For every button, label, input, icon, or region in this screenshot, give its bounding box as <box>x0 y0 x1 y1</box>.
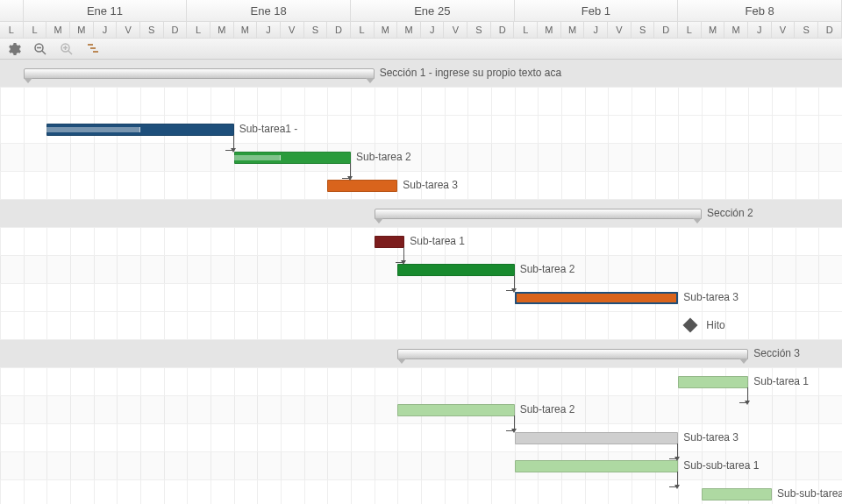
zoom-out-icon[interactable] <box>33 42 47 56</box>
section-row: Sección 1 - ingrese su propio texto aca <box>0 60 842 88</box>
task-bar[interactable] <box>678 376 748 388</box>
milestone-diamond[interactable] <box>683 318 698 333</box>
dependency-arrow <box>669 444 678 459</box>
task-row: Sub-tarea 2 <box>0 396 842 424</box>
task-label: Sub-tarea 2 <box>515 263 575 275</box>
day-cell: D <box>491 21 515 38</box>
day-cell: D <box>818 21 842 38</box>
day-cell: V <box>608 21 632 38</box>
task-row: Sub-tarea 1 <box>0 368 842 396</box>
svg-rect-8 <box>90 47 96 49</box>
task-bar[interactable] <box>702 488 772 500</box>
dependency-arrow <box>739 387 748 403</box>
dependency-arrow <box>342 163 351 179</box>
day-cell: V <box>772 21 796 38</box>
task-row: Sub-sub-tarea 2 <box>0 480 842 504</box>
week-cell: Feb 8 <box>678 0 842 21</box>
day-cell: S <box>795 21 818 38</box>
section-label: Sección 3 <box>748 347 800 359</box>
week-cell: Ene 11 <box>24 0 188 21</box>
gantt-grid: Sección 1 - ingrese su propio texto acaS… <box>0 60 842 504</box>
task-row: Sub-tarea 1 <box>0 228 842 256</box>
task-bar[interactable] <box>515 460 679 472</box>
section-label: Sección 2 <box>702 207 753 219</box>
day-cell: M <box>561 21 585 38</box>
task-label: Sub-tarea 3 <box>678 291 739 303</box>
day-cell: L <box>351 21 375 38</box>
day-row: LLMMJVSDLMMJVSDLMMJVSDLMMJVSDLMMJVSD <box>0 21 842 38</box>
timeline-header: Ene 11Ene 18Ene 25Feb 1Feb 8 LLMMJVSDLMM… <box>0 0 842 39</box>
task-label: Sub-tarea 3 <box>397 179 458 191</box>
task-progress <box>234 155 281 160</box>
task-label: Sub-tarea 1 <box>404 235 465 247</box>
task-label: Sub-sub-tarea 2 <box>772 487 842 500</box>
gantt-rows: Sección 1 - ingrese su propio texto acaS… <box>0 60 842 504</box>
task-bar[interactable] <box>375 236 405 248</box>
week-cell: Ene 18 <box>187 0 351 21</box>
section-bracket[interactable] <box>24 68 375 79</box>
task-row: Sub-sub-tarea 1 <box>0 452 842 480</box>
day-cell: L <box>24 21 47 38</box>
task-bar[interactable] <box>234 152 351 164</box>
task-row: Sub-tarea 3 <box>0 424 842 452</box>
svg-rect-7 <box>88 44 93 46</box>
outline-icon[interactable] <box>86 42 100 56</box>
section-row: Sección 3 <box>0 340 842 368</box>
svg-rect-9 <box>93 51 98 53</box>
task-row: Sub-tarea 2 <box>0 144 842 172</box>
week-cell: Ene 25 <box>351 0 515 21</box>
section-bracket[interactable] <box>375 209 702 219</box>
week-row: Ene 11Ene 18Ene 25Feb 1Feb 8 <box>0 0 842 21</box>
day-cell: D <box>164 21 188 38</box>
section-row: Sección 2 <box>0 200 842 228</box>
svg-line-4 <box>68 51 72 54</box>
day-cell: V <box>444 21 467 38</box>
day-cell: L <box>187 21 210 38</box>
toolbar <box>0 39 842 60</box>
zoom-in-icon[interactable] <box>60 42 74 56</box>
day-cell: D <box>654 21 678 38</box>
section-label: Sección 1 - ingrese su propio texto aca <box>375 67 561 79</box>
task-bar[interactable] <box>515 432 679 444</box>
week-cell-partial <box>0 0 24 21</box>
day-cell: J <box>257 21 281 38</box>
task-row: Sub-tarea 2 <box>0 256 842 284</box>
dependency-arrow <box>225 135 234 151</box>
day-cell: M <box>397 21 421 38</box>
day-cell: S <box>140 21 164 38</box>
gantt-chart: Ene 11Ene 18Ene 25Feb 1Feb 8 LLMMJVSDLMM… <box>0 0 842 504</box>
task-label: Sub-tarea 2 <box>515 403 575 415</box>
day-cell: M <box>234 21 258 38</box>
day-cell: M <box>538 21 561 38</box>
day-cell: V <box>281 21 304 38</box>
day-cell: D <box>327 21 351 38</box>
task-bar[interactable] <box>515 292 679 304</box>
day-cell: L <box>678 21 702 38</box>
day-cell: M <box>70 21 94 38</box>
task-label: Sub-tarea 3 <box>678 431 739 444</box>
dependency-arrow <box>669 472 678 487</box>
task-row: Sub-tarea 3 <box>0 172 842 200</box>
day-cell: J <box>94 21 118 38</box>
task-label: Sub-tarea 2 <box>351 151 411 163</box>
dependency-arrow <box>506 415 515 431</box>
day-cell: S <box>632 21 655 38</box>
task-bar[interactable] <box>46 124 233 136</box>
day-cell: L <box>0 21 24 38</box>
section-bracket[interactable] <box>397 349 748 359</box>
gear-icon[interactable] <box>7 42 21 56</box>
day-cell: M <box>702 21 725 38</box>
task-row: Hito <box>0 312 842 340</box>
task-bar[interactable] <box>397 264 514 276</box>
dependency-arrow <box>506 275 515 291</box>
task-bar[interactable] <box>397 404 514 416</box>
day-cell: V <box>117 21 140 38</box>
task-row: Sub-tarea 3 <box>0 284 842 312</box>
dependency-arrow <box>396 247 404 263</box>
day-cell: J <box>421 21 445 38</box>
day-cell: S <box>304 21 328 38</box>
task-bar[interactable] <box>327 180 397 192</box>
day-cell: J <box>584 21 608 38</box>
task-row: Sub-tarea1 - <box>0 116 842 144</box>
week-cell: Feb 1 <box>515 0 679 21</box>
